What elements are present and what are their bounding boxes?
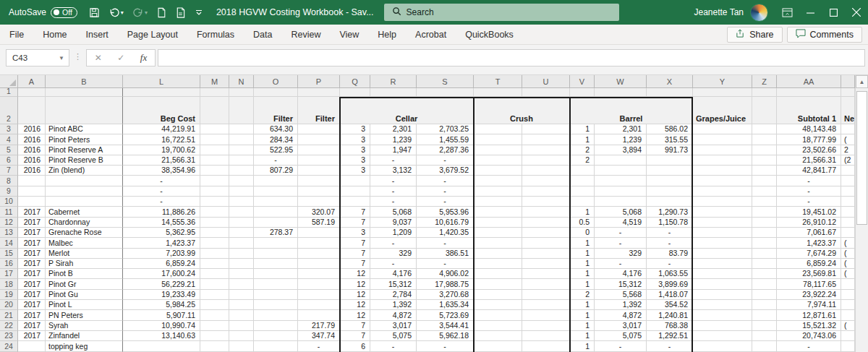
cell-AB8[interactable] — [841, 176, 855, 186]
cell-M12[interactable] — [200, 218, 229, 228]
cell-B3[interactable]: Pinot ABC — [46, 124, 123, 134]
cell-T17[interactable] — [474, 269, 522, 279]
cell-T7[interactable] — [474, 166, 522, 176]
cell-Q15[interactable]: 7 — [340, 249, 370, 259]
cell-Q16[interactable]: 7 — [340, 259, 370, 269]
cell-P16[interactable] — [298, 259, 340, 269]
cell-Z14[interactable] — [752, 238, 777, 248]
cell-L21[interactable]: 5,907.11 — [123, 310, 200, 320]
cell-W8[interactable] — [595, 176, 647, 186]
cell-N11[interactable] — [229, 207, 254, 217]
cell-S12[interactable]: 10,616.79 — [417, 218, 474, 228]
cell-AA22[interactable]: 15,521.32 — [777, 321, 841, 331]
cell-A17[interactable]: 2017 — [18, 269, 46, 279]
cell-B14[interactable]: Malbec — [46, 238, 123, 248]
cell-P8[interactable] — [298, 176, 340, 186]
cell-S19[interactable]: 3,270.68 — [417, 290, 474, 300]
column-header-N[interactable]: N — [229, 75, 254, 88]
formula-input[interactable] — [158, 49, 865, 66]
row-header-11[interactable]: 11 — [0, 207, 18, 217]
cell-A4[interactable]: 2016 — [18, 134, 46, 145]
cell-Y14[interactable] — [693, 238, 752, 248]
cell-L1[interactable] — [123, 88, 200, 97]
cell-Z17[interactable] — [752, 269, 777, 279]
cell-T19[interactable] — [474, 290, 522, 300]
cell-AA11[interactable]: 19,451.02 — [777, 207, 841, 217]
cell-P19[interactable] — [298, 290, 340, 300]
cell-U15[interactable] — [522, 249, 570, 259]
column-header-S[interactable]: S — [417, 75, 474, 88]
cell-Q20[interactable]: 12 — [340, 300, 370, 310]
cell-B8[interactable] — [46, 176, 123, 186]
cell-O11[interactable] — [254, 207, 298, 217]
name-box-dropdown-icon[interactable]: ▼ — [59, 55, 64, 61]
cell-AB3[interactable] — [841, 124, 855, 134]
cell-S7[interactable]: 3,679.52 — [417, 166, 474, 176]
cell-A22[interactable]: 2017 — [18, 321, 46, 331]
tab-acrobat[interactable]: Acrobat — [406, 25, 456, 45]
cell-V19[interactable]: 2 — [570, 290, 595, 300]
cell-V13[interactable]: 0 — [570, 228, 595, 238]
cell-O23[interactable] — [254, 331, 298, 341]
cell-M20[interactable] — [200, 300, 229, 310]
cell-M17[interactable] — [200, 269, 229, 279]
cell-AA5[interactable]: 23,502.66 — [777, 145, 841, 155]
cell-Y11[interactable] — [693, 207, 752, 217]
print-preview-icon[interactable] — [175, 7, 186, 18]
cell-A13[interactable]: 2017 — [18, 228, 46, 238]
cell-L5[interactable]: 19,700.62 — [123, 145, 200, 155]
cell-M1[interactable] — [200, 88, 229, 97]
cell-P22[interactable]: 217.79 — [298, 321, 340, 331]
cell-O17[interactable] — [254, 269, 298, 279]
cell-AA18[interactable]: 78,117.65 — [777, 279, 841, 289]
cell-R9[interactable]: - — [370, 186, 417, 197]
cell-Z1[interactable] — [752, 88, 777, 97]
cell-AA23[interactable]: 20,743.06 — [777, 331, 841, 341]
cell-AA9[interactable]: - — [777, 186, 841, 197]
cell-A2[interactable] — [18, 97, 46, 124]
cell-S5[interactable]: 2,287.36 — [417, 145, 474, 155]
row-header-3[interactable]: 3 — [0, 124, 18, 134]
cell-M7[interactable] — [200, 166, 229, 176]
cell-M8[interactable] — [200, 176, 229, 186]
cell-Z23[interactable] — [752, 331, 777, 341]
cell-S21[interactable]: 5,723.69 — [417, 310, 474, 320]
cell-M4[interactable] — [200, 134, 229, 145]
cell-Y7[interactable] — [693, 166, 752, 176]
cell-W16[interactable]: - — [595, 259, 647, 269]
cell-R15[interactable]: 329 — [370, 249, 417, 259]
row-header-6[interactable]: 6 — [0, 155, 18, 166]
cell-V12[interactable]: 0.5 — [570, 218, 595, 228]
cell-Y21[interactable] — [693, 310, 752, 320]
cell-T13[interactable] — [474, 228, 522, 238]
cell-W21[interactable]: 4,872 — [595, 310, 647, 320]
scrollbar-thumb[interactable] — [856, 91, 867, 225]
cell-X23[interactable]: 1,292.51 — [647, 331, 693, 341]
cell-AA3[interactable]: 48,143.48 — [777, 124, 841, 134]
comments-button[interactable]: Comments — [787, 27, 862, 43]
cell-P7[interactable] — [298, 166, 340, 176]
cell-Z20[interactable] — [752, 300, 777, 310]
cell-T15[interactable] — [474, 249, 522, 259]
tab-help[interactable]: Help — [368, 25, 406, 45]
cell-N5[interactable] — [229, 145, 254, 155]
cell-AB7[interactable] — [841, 166, 855, 176]
cell-R1[interactable] — [370, 88, 417, 97]
cell-X19[interactable]: 1,418.07 — [647, 290, 693, 300]
column-header-P[interactable]: P — [298, 75, 340, 88]
cell-X22[interactable]: 768.38 — [647, 321, 693, 331]
cell-W22[interactable]: 3,017 — [595, 321, 647, 331]
cell-O10[interactable] — [254, 197, 298, 207]
cell-X15[interactable]: 83.79 — [647, 249, 693, 259]
cell-Q24[interactable]: 6 — [340, 341, 370, 351]
cell-R5[interactable]: 1,947 — [370, 145, 417, 155]
cell-S4[interactable]: 1,455.59 — [417, 134, 474, 145]
cell-O12[interactable] — [254, 218, 298, 228]
cell-AB22[interactable]: ( — [841, 321, 855, 331]
cell-S8[interactable]: - — [417, 176, 474, 186]
cell-S15[interactable]: 386.51 — [417, 249, 474, 259]
column-header-M[interactable]: M — [200, 75, 229, 88]
vertical-scrollbar[interactable]: ▲ — [855, 75, 868, 352]
tab-file[interactable]: File — [0, 25, 33, 45]
cell-O9[interactable] — [254, 186, 298, 197]
